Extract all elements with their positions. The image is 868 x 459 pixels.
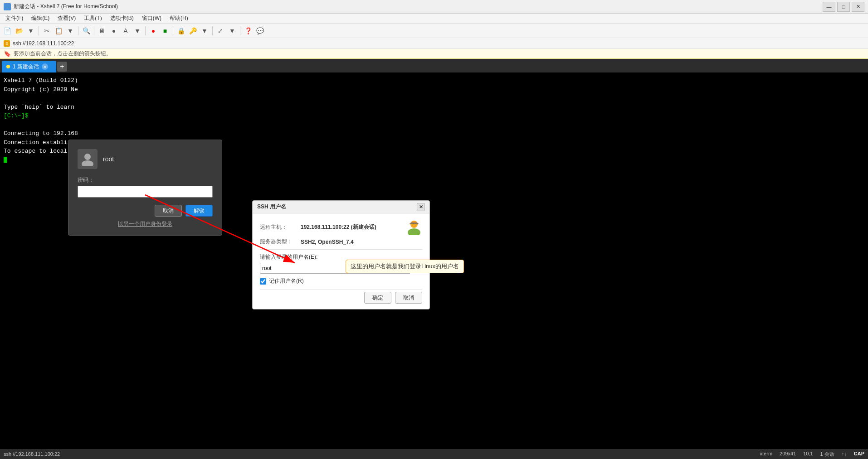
terminal-line-2: Copyright (c) 2020 Ne <box>4 85 864 94</box>
ssh-cancel-button[interactable]: 取消 <box>395 292 422 304</box>
pwd-buttons: 取消 解锁 <box>78 205 213 217</box>
app-window: 新建会话 - Xshell 7 (Free for Home/School) —… <box>0 0 868 459</box>
toolbar-sep7 <box>240 26 240 35</box>
ssh-remember-checkbox[interactable] <box>260 278 266 285</box>
pwd-confirm-button[interactable]: 解锁 <box>185 205 213 217</box>
title-bar-controls: — □ ✕ <box>823 2 864 12</box>
app-icon <box>4 3 11 10</box>
toolbar-sep1 <box>39 26 39 35</box>
toolbar-save[interactable]: ▼ <box>25 25 36 36</box>
toolbar: 📄 📂 ▼ ✂ 📋 ▼ 🔍 🖥 ● A ▼ ● ■ 🔒 🔑 ▼ ⤢ ▼ ❓ 💬 <box>0 24 868 38</box>
toolbar-paste[interactable]: ▼ <box>65 25 76 36</box>
svg-rect-5 <box>410 223 419 224</box>
menu-bar: 文件(F) 编辑(E) 查看(V) 工具(T) 选项卡(B) 窗口(W) 帮助(… <box>0 14 868 24</box>
toolbar-sep2 <box>78 26 78 35</box>
tab-add-button[interactable]: + <box>57 62 67 72</box>
ssh-username-dialog: SSH 用户名 ✕ 远程主机： 192.168.111.100:22 (新建会话… <box>252 200 430 309</box>
pwd-cancel-button[interactable]: 取消 <box>155 205 182 217</box>
ssh-remember-label: 记住用户名(R) <box>269 277 304 285</box>
toolbar-red[interactable]: ● <box>148 25 159 36</box>
address-bar: S ssh://192.168.111.100:22 <box>0 38 868 49</box>
title-bar-left: 新建会话 - Xshell 7 (Free for Home/School) <box>4 3 118 10</box>
ssh-divider <box>260 249 422 250</box>
menu-tools[interactable]: 工具(T) <box>80 14 105 23</box>
toolbar-msg[interactable]: 💬 <box>254 25 265 36</box>
status-dimensions: 209x41 <box>780 451 796 458</box>
title-bar: 新建会话 - Xshell 7 (Free for Home/School) —… <box>0 0 868 14</box>
title-bar-title: 新建会话 - Xshell 7 (Free for Home/School) <box>14 3 118 10</box>
minimize-button[interactable]: — <box>823 2 835 12</box>
ssh-dialog-buttons: 确定 取消 <box>260 290 422 304</box>
status-right: xterm 209x41 10,1 1 会话 ↑↓ CAP <box>760 451 864 458</box>
toolbar-expand[interactable]: ⤢ <box>215 25 226 36</box>
status-address: ssh://192.168.111.100:22 <box>4 451 60 457</box>
status-sessions: 1 会话 <box>820 451 834 458</box>
tab-close-button[interactable]: ✕ <box>42 63 48 70</box>
toolbar-copy[interactable]: 📋 <box>53 25 64 36</box>
ssh-remote-host-value: 192.168.111.100:22 (新建会话) <box>301 223 376 231</box>
toolbar-green[interactable]: ■ <box>160 25 171 36</box>
toolbar-help[interactable]: ❓ <box>243 25 254 36</box>
toolbar-sep6 <box>212 26 213 35</box>
ssh-server-type-value: SSH2, OpenSSH_7.4 <box>301 239 354 245</box>
info-bar-text: 要添加当前会话，点击左侧的箭头按钮。 <box>14 50 112 58</box>
pwd-header: root <box>78 149 213 169</box>
toolbar-key[interactable]: 🔑 <box>187 25 198 36</box>
menu-view[interactable]: 查看(V) <box>54 14 79 23</box>
toolbar-sep3 <box>94 26 94 35</box>
toolbar-new[interactable]: 📄 <box>2 25 13 36</box>
address-icon: S <box>4 40 10 47</box>
toolbar-color[interactable]: ● <box>108 25 119 36</box>
ssh-server-type-row: 服务器类型： SSH2, OpenSSH_7.4 <box>260 238 422 246</box>
ssh-dialog-close-button[interactable]: ✕ <box>417 203 425 211</box>
terminal-line-1: Xshell 7 (Build 0122) <box>4 76 864 85</box>
toolbar-sep4 <box>145 26 146 35</box>
toolbar-open[interactable]: 📂 <box>14 25 24 36</box>
ssh-remember-row: 记住用户名(R) <box>260 277 422 285</box>
toolbar-lock[interactable]: 🔒 <box>176 25 186 36</box>
status-position: 10,1 <box>803 451 813 458</box>
terminal-line-5: Connecting to 192.168 <box>4 129 864 138</box>
tab-status-dot <box>6 65 10 68</box>
toolbar-expand2[interactable]: ▼ <box>227 25 238 36</box>
ssh-confirm-button[interactable]: 确定 <box>364 292 391 304</box>
ssh-avatar-icon <box>406 219 422 235</box>
tab-bar: 1 新建会话 ✕ + <box>0 59 868 72</box>
svg-point-3 <box>408 228 420 235</box>
toolbar-sftp[interactable]: ▼ <box>199 25 210 36</box>
info-icon: 🔖 <box>4 50 11 57</box>
pwd-username: root <box>103 155 114 163</box>
info-bar: 🔖 要添加当前会话，点击左侧的箭头按钮。 <box>0 49 868 59</box>
toolbar-search[interactable]: 🔍 <box>81 25 92 36</box>
close-button[interactable]: ✕ <box>852 2 864 12</box>
menu-edit[interactable]: 编辑(E) <box>28 14 53 23</box>
annotation-text: 这里的用户名就是我们登录Linux的用户名 <box>351 263 459 270</box>
ssh-remote-host-row: 远程主机： 192.168.111.100:22 (新建会话) <box>260 219 422 235</box>
ssh-server-type-label: 服务器类型： <box>260 238 296 246</box>
toolbar-cut[interactable]: ✂ <box>41 25 52 36</box>
svg-point-0 <box>84 154 91 160</box>
status-bar: ssh://192.168.111.100:22 xterm 209x41 10… <box>0 449 868 459</box>
toolbar-connect[interactable]: 🖥 <box>97 25 107 36</box>
menu-help[interactable]: 帮助(H) <box>166 14 192 23</box>
toolbar-sep5 <box>173 26 173 35</box>
password-input[interactable] <box>78 186 213 198</box>
status-arrows: ↑↓ <box>842 451 847 458</box>
pwd-avatar <box>78 149 98 169</box>
menu-window[interactable]: 窗口(W) <box>138 14 165 23</box>
pwd-label: 密码： <box>78 176 213 184</box>
ssh-dialog-titlebar: SSH 用户名 ✕ <box>253 201 429 213</box>
toolbar-font[interactable]: A <box>120 25 131 36</box>
terminal-line-3: Type `help` to learn <box>4 103 864 112</box>
pwd-alt-login[interactable]: 以另一个用户身份登录 <box>78 220 213 228</box>
menu-file[interactable]: 文件(F) <box>2 14 27 23</box>
maximize-button[interactable]: □ <box>837 2 850 12</box>
main-content: Xshell 7 (Build 0122) Copyright (c) 2020… <box>0 72 868 459</box>
status-cap: CAP <box>854 451 864 458</box>
ssh-remote-host-label: 远程主机： <box>260 223 296 231</box>
toolbar-font-down[interactable]: ▼ <box>132 25 143 36</box>
menu-tabs[interactable]: 选项卡(B) <box>107 14 137 23</box>
ssh-dialog-title: SSH 用户名 <box>257 203 286 211</box>
password-dialog: root 密码： 取消 解锁 以另一个用户身份登录 <box>68 140 222 236</box>
active-tab[interactable]: 1 新建会话 ✕ <box>2 61 56 72</box>
